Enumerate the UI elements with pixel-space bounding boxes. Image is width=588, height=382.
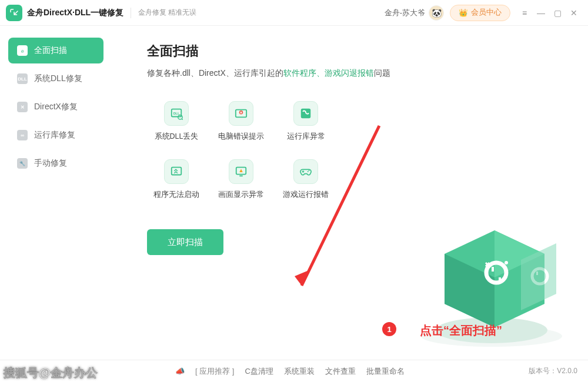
subtitle-highlight-2: 游戏闪退报错 [325, 68, 374, 78]
scan-icon: ⌕ [16, 45, 28, 56]
svg-point-10 [308, 171, 309, 172]
footer-link-reinstall[interactable]: 系统重装 [284, 366, 315, 377]
title-divider [131, 8, 131, 18]
runtime-icon: ∞ [16, 129, 28, 141]
sidebar-item-label: DirectX修复 [34, 102, 78, 112]
sidebar-item-label: 系统DLL修复 [34, 73, 82, 84]
display-err-icon [229, 159, 253, 184]
svg-rect-19 [536, 272, 538, 275]
svg-line-3 [182, 119, 183, 120]
megaphone-icon: 📣 [175, 367, 185, 376]
sidebar-item-label: 手动修复 [34, 158, 67, 169]
user-name: 金舟-苏大爷 [385, 8, 425, 18]
svg-point-17 [505, 261, 508, 264]
subtitle-suffix: 问题 [374, 68, 390, 78]
svg-text:DLL: DLL [173, 112, 180, 115]
sidebar-item-directx-repair[interactable]: ✕ DirectX修复 [8, 94, 103, 120]
feature-cant-start: 程序无法启动 [147, 159, 206, 200]
page-title: 全面扫描 [147, 42, 572, 60]
sidebar-item-full-scan[interactable]: ⌕ 全面扫描 [8, 38, 103, 63]
svg-rect-16 [499, 277, 501, 282]
cant-start-icon [164, 159, 189, 184]
feature-runtime-err: 运行库异常 [276, 101, 335, 142]
main-content: 全面扫描 修复各种.dll、DirectX、运行库引起的软件程序、游戏闪退报错问… [112, 26, 588, 360]
version-label: 版本号：V2.0.0 [529, 366, 577, 376]
runtime-err-icon [293, 101, 318, 126]
member-center-label: 会员中心 [471, 8, 502, 18]
minimize-button[interactable]: — [533, 5, 549, 21]
menu-icon[interactable]: ≡ [516, 5, 533, 21]
app-title: 金舟DirectX·DLL一键修复 [27, 8, 123, 18]
svg-point-18 [532, 269, 547, 284]
member-center-button[interactable]: 👑 会员中心 [450, 5, 510, 21]
svg-marker-21 [295, 270, 309, 286]
footer-link-dedupe[interactable]: 文件查重 [325, 366, 356, 377]
svg-rect-15 [492, 267, 494, 272]
svg-rect-7 [172, 167, 182, 175]
feature-error-tip: 电脑错误提示 [212, 101, 270, 142]
annotation-step-number: 1 [382, 322, 396, 336]
title-bar: 金舟DirectX·DLL一键修复 金舟修复 精准无误 金舟-苏大爷 🐼 👑 会… [0, 0, 588, 26]
feature-dll-loss: DLL 系统DLL丢失 [147, 101, 206, 142]
app-tagline: 金舟修复 精准无误 [138, 8, 196, 18]
scan-now-button[interactable]: 立即扫描 [147, 229, 223, 255]
close-button[interactable]: ✕ [566, 5, 582, 21]
feature-label: 画面显示异常 [218, 190, 264, 200]
sidebar-item-label: 全面扫描 [34, 45, 67, 56]
svg-rect-9 [239, 175, 243, 176]
sidebar-item-label: 运行库修复 [34, 130, 75, 140]
sidebar-item-dll-repair[interactable]: DLL 系统DLL修复 [8, 66, 103, 92]
page-subtitle: 修复各种.dll、DirectX、运行库引起的软件程序、游戏闪退报错问题 [147, 68, 572, 79]
subtitle-highlight-1: 软件程序、 [283, 68, 325, 78]
sidebar-item-runtime-repair[interactable]: ∞ 运行库修复 [8, 122, 103, 148]
feature-label: 游戏运行报错 [283, 190, 329, 200]
feature-display-err: 画面显示异常 [212, 159, 270, 200]
footer-link-rename[interactable]: 批量重命名 [366, 366, 405, 377]
watermark: 搜狐号@金舟办公 [4, 365, 98, 381]
dll-icon: DLL [16, 73, 28, 85]
sidebar: ⌕ 全面扫描 DLL 系统DLL修复 ✕ DirectX修复 ∞ 运行库修复 🔧 [0, 26, 112, 360]
scan-now-label: 立即扫描 [168, 237, 203, 248]
feature-label: 运行库异常 [287, 132, 325, 142]
annotation-text: 点击“全面扫描” [420, 323, 502, 339]
svg-point-11 [309, 170, 310, 171]
maximize-button[interactable]: ▢ [549, 5, 566, 21]
dll-loss-icon: DLL [164, 101, 189, 126]
manual-icon: 🔧 [16, 158, 28, 169]
error-tip-icon [229, 101, 253, 126]
sidebar-item-manual-repair[interactable]: 🔧 手动修复 [8, 150, 103, 176]
directx-icon: ✕ [16, 101, 28, 113]
feature-game-err: 游戏运行报错 [276, 159, 335, 200]
svg-point-14 [486, 263, 506, 283]
footer-promo-label[interactable]: [ 应用推荐 ] [195, 366, 234, 377]
feature-label: 程序无法启动 [153, 190, 199, 200]
footer-link-c-clean[interactable]: C盘清理 [245, 366, 273, 377]
app-logo-icon [6, 5, 22, 21]
feature-label: 系统DLL丢失 [155, 132, 199, 142]
game-err-icon [293, 159, 318, 184]
feature-label: 电脑错误提示 [218, 132, 264, 142]
feature-grid: DLL 系统DLL丢失 电脑错误提示 运行库异常 程序无法启 [147, 101, 572, 200]
subtitle-prefix: 修复各种.dll、DirectX、运行库引起的 [147, 68, 283, 78]
avatar[interactable]: 🐼 [429, 5, 444, 21]
crown-icon: 👑 [459, 8, 468, 17]
